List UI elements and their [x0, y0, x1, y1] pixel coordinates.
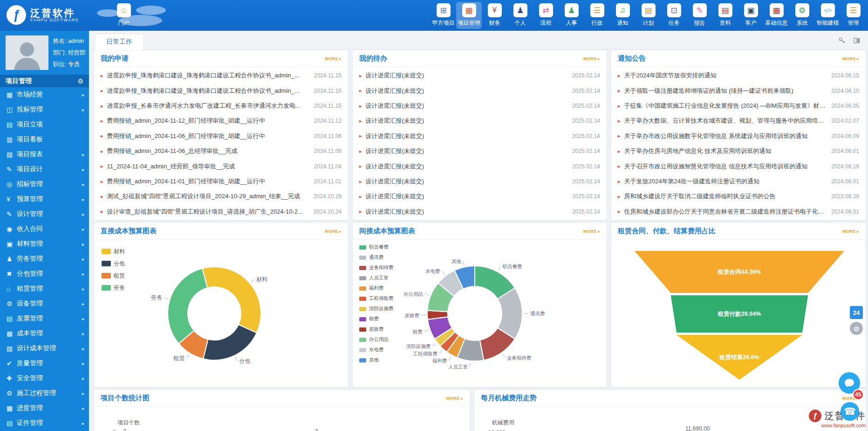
sidebar-menu-item[interactable]: ▤ 发票管理 ▸: [0, 311, 89, 326]
settings-gear-icon[interactable]: ⚙: [77, 77, 83, 85]
topnav-item-portal[interactable]: ⌂ 门户: [111, 2, 137, 29]
sidebar-menu-item[interactable]: ▥ 项目看板 ▸: [0, 132, 89, 147]
list-item[interactable]: ▸ 设计进度汇报(未提交) 2025.02.14: [353, 144, 607, 159]
list-item[interactable]: ▸ 设计进度汇报(未提交) 2025.02.14: [353, 204, 607, 219]
key-icon[interactable]: [838, 37, 846, 44]
sidebar-menu-item[interactable]: ✔ 质量管理 ▸: [0, 356, 89, 371]
list-item[interactable]: ▸ 设计进度汇报(未提交) 2025.02.14: [353, 83, 607, 98]
list-item[interactable]: ▸ 设计进度汇报(未提交) 2025.02.14: [353, 98, 607, 113]
topnav-item[interactable]: ¥ 财务: [482, 2, 507, 29]
more-link[interactable]: MORE▸: [842, 229, 859, 234]
sidebar-menu-item[interactable]: ▧ 设计成本管理 ▸: [0, 341, 89, 356]
sidebar-menu-item[interactable]: ◎ 招标管理 ▸: [0, 177, 89, 192]
topnav-item[interactable]: ▣ 客户: [738, 2, 764, 29]
more-link[interactable]: MORE▸: [325, 56, 342, 61]
list-item[interactable]: ▸ 设计进度汇报(未提交) 2025.02.14: [353, 174, 607, 189]
tab-daily-work[interactable]: 日常工作: [95, 34, 144, 50]
legend-item[interactable]: 其他: [359, 355, 394, 365]
list-item[interactable]: ▸ 关于举办市政公用设施数字化管理信息 系统建设与应用培训班的通知 2024.0…: [611, 129, 866, 144]
list-item[interactable]: ▸ 房和城乡建设厅关于取消二级建造师临时执业证书的公告 2023.08.29: [611, 189, 866, 204]
sidebar-menu-item[interactable]: ◉ 收入合同 ▸: [0, 222, 89, 236]
topnav-item[interactable]: ⚙ 系统: [789, 2, 815, 29]
sidebar-menu-item[interactable]: ¥ 预算管理 ▸: [0, 192, 89, 207]
list-item[interactable]: ▸ 住房和城乡建设部办公厅关于同意吉林省开展二级建造师注册证书电子化试点... …: [611, 204, 866, 219]
sidebar-menu-item[interactable]: ✚ 安全管理 ▸: [0, 371, 89, 386]
list-item[interactable]: ▸ 进度款申报_珠海鹤港口建设_珠海鹤港口建设工程合作协议书_admin_...…: [94, 68, 348, 83]
sidebar-menu-item[interactable]: ▤ 证件管理 ▸: [0, 416, 89, 431]
list-item[interactable]: ▸ 费用报销_admin_2024-11-12_部门经理审批_胡建__运行中 2…: [94, 113, 348, 128]
topnav-item[interactable]: ▦ 项目管理: [456, 2, 482, 29]
list-item[interactable]: ▸ 设计审查_彭祖新城"四馆"景观工程设计项目_请选择_胡广生_2024-10-…: [94, 204, 348, 219]
topnav-item[interactable]: ♫ 通知: [610, 2, 636, 29]
list-item[interactable]: ▸ 关于举办住房与房地产信息化 技术及应用培训班的通知 2024.06.01: [611, 144, 866, 159]
topnav-item[interactable]: ⊞ 甲方项目: [431, 2, 456, 29]
sidebar-menu-item[interactable]: ⌂ 租赁管理 ▸: [0, 281, 89, 296]
topnav-item[interactable]: ⊡ 任务: [661, 2, 687, 29]
legend-item[interactable]: 材料: [102, 245, 125, 257]
more-link[interactable]: MORE▸: [446, 396, 463, 401]
list-item[interactable]: ▸ 设计进度汇报(未提交) 2025.02.14: [353, 129, 607, 144]
cad-widget[interactable]: ◍: [850, 322, 863, 335]
direct-cost-donut-chart[interactable]: 材料分包租赁劳务: [94, 240, 348, 387]
more-link[interactable]: MORE▸: [325, 229, 342, 234]
legend-item[interactable]: 水电费: [359, 345, 394, 355]
legend-item[interactable]: 业务招待费: [359, 263, 394, 273]
list-item[interactable]: ▸ 进度款申报_珠海鹤港口建设_珠海鹤港口建设工程合作协议书_admin_...…: [94, 83, 348, 98]
topnav-item[interactable]: </> 智能建模: [815, 2, 841, 29]
legend-item[interactable]: 福利费: [359, 283, 394, 293]
legend-item[interactable]: 租赁: [102, 270, 125, 282]
list-item[interactable]: ▸ 设计进度汇报(未提交) 2025.02.14: [353, 68, 607, 83]
list-item[interactable]: ▸ 于征集《中国建筑施工行业信息化发展报告 (2024) —BIM应用与发展》材…: [611, 98, 866, 113]
list-item[interactable]: ▸ 费用报销_admin_2024-11-06_总经理审批__完成 2024.1…: [94, 144, 348, 159]
list-item[interactable]: ▸ 关于2024年国庆节放假安排的通知 2024.06.15: [611, 68, 866, 83]
legend-item[interactable]: 职员餐费: [359, 242, 394, 252]
sidebar-menu-item[interactable]: ♟ 劳务管理 ▸: [0, 251, 89, 266]
sidebar-menu-item[interactable]: ✎ 设计管理 ▸: [0, 207, 89, 222]
donut-segment[interactable]: [203, 325, 257, 360]
brand-logo[interactable]: ƒ 泛普软件 FANPU SOFTWARE: [7, 5, 79, 25]
legend-item[interactable]: 税费: [359, 314, 394, 324]
list-item[interactable]: ▸ 关于领取一级注册建造师增项证的通知 (须持一建证书前来领取) 2024.06…: [611, 83, 866, 98]
unread-count-badge[interactable]: 45: [853, 389, 864, 400]
sidebar-menu-item[interactable]: ⚙ 施工过程管理 ▸: [0, 386, 89, 401]
rental-funnel-chart[interactable]: 租赁合同44.36%租赁付款29.04%租赁结算26.6%: [611, 240, 866, 387]
sidebar-menu-item[interactable]: ▤ 项目立项 ▸: [0, 117, 89, 132]
sidebar-menu-item[interactable]: ▩ 进度管理 ▸: [0, 401, 89, 416]
topnav-item[interactable]: ♟ 人事: [559, 2, 584, 29]
topnav-item[interactable]: ⇄ 流程: [533, 2, 559, 29]
topnav-item[interactable]: ▦ 基础信息: [764, 2, 789, 29]
list-item[interactable]: ▸ 进度款申报_长春市伊通河水力发电厂改建工程_长春市伊通河水力发电... 20…: [94, 98, 348, 113]
list-item[interactable]: ▸ 设计进度汇报(未提交) 2025.02.14: [353, 159, 607, 174]
list-item[interactable]: ▸ 费用报销_admin_2024-11-06_部门经理审批_胡建__运行中 2…: [94, 129, 348, 144]
more-link[interactable]: MORE▸: [842, 56, 859, 61]
legend-item[interactable]: 劳务: [102, 282, 125, 294]
sidebar-menu-item[interactable]: ▦ 市场经营 ▸: [0, 87, 89, 102]
sidebar-menu-item[interactable]: ▧ 项目报表 ▸: [0, 147, 89, 162]
topnav-item[interactable]: ✎ 报告: [687, 2, 712, 29]
sidebar-menu-item[interactable]: ▦ 成本管理 ▸: [0, 326, 89, 341]
calendar-widget[interactable]: 24: [850, 306, 863, 319]
legend-item[interactable]: 工程保险费: [359, 293, 394, 304]
list-item[interactable]: ▸ 测试_彭祖新城"四馆"景观工程设计项目_2024-10-29_admin_结…: [94, 189, 348, 204]
sidebar-menu-item[interactable]: ✖ 分包管理 ▸: [0, 266, 89, 281]
topnav-item[interactable]: ☰ 管理: [841, 2, 866, 29]
list-item[interactable]: ▸ 关于发放2024年第24批一级建造师注册证书的通知 2024.06.01: [611, 174, 866, 189]
donut-segment[interactable]: [202, 267, 261, 333]
topnav-item[interactable]: ♟ 个人: [507, 2, 533, 29]
legend-item[interactable]: 通讯费: [359, 252, 394, 263]
layout-columns-icon[interactable]: [853, 37, 861, 44]
more-link[interactable]: MORE▸: [583, 229, 600, 234]
legend-item[interactable]: 人员工资: [359, 273, 394, 283]
sidebar-menu-item[interactable]: ✎ 项目设计 ▸: [0, 162, 89, 177]
sidebar-menu-item[interactable]: ▣ 材料管理 ▸: [0, 236, 89, 251]
list-item[interactable]: ▸ 设计进度汇报(未提交) 2025.02.14: [353, 113, 607, 128]
legend-item[interactable]: 消防设施费: [359, 304, 394, 314]
topnav-item[interactable]: ▤ 计划: [636, 2, 661, 29]
list-item[interactable]: ▸ 费用报销_admin_2024-11-01_部门经理审批_胡建__运行中 2…: [94, 174, 348, 189]
list-item[interactable]: ▸ 设计进度汇报(未提交) 2025.02.14: [353, 189, 607, 204]
list-item[interactable]: ▸ 关于召开市政公用设施智慧化管理信息 信息技术与应用培训班的通知 2024.0…: [611, 159, 866, 174]
legend-item[interactable]: 分包: [102, 257, 125, 270]
donut-segment[interactable]: [168, 268, 207, 343]
legend-item[interactable]: 办公用品: [359, 334, 394, 345]
legend-item[interactable]: 差旅费: [359, 324, 394, 334]
